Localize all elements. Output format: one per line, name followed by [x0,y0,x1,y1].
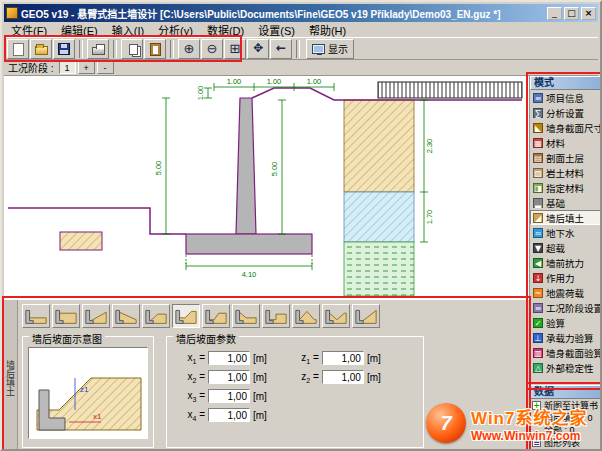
project-info-icon: ≡ [533,93,543,103]
mode-item-analysis-settings[interactable]: ∑分析设置 [530,105,602,120]
profile-icon: ▤ [533,153,543,163]
mode-item-applied-forces[interactable]: ↓作用力 [530,270,602,285]
backfill-shape-peak[interactable] [292,304,320,328]
mode-item-label: 指定材料 [546,181,584,195]
new-button[interactable] [7,39,29,59]
zoom-fit-button[interactable] [224,39,246,59]
mode-item-external-stability[interactable]: △外部稳定性 [530,360,602,375]
terrain-lines [8,88,522,234]
backfill-shape-slope-up-flat[interactable] [142,304,170,328]
backfill-shape-slope-down[interactable] [112,304,140,328]
assign-icon: ◨ [533,183,543,193]
remove-stage-button[interactable]: - [97,61,114,74]
water-icon: ≈ [533,228,543,238]
menu-item-2[interactable]: 编辑(E) [54,21,105,39]
field-row-z1: z1 =[m] [293,351,381,365]
mode-item-backfill[interactable]: ◢墙后填土 [530,210,602,225]
dim-top-2: 1.00 [267,77,282,86]
mode-item-assign[interactable]: ◨指定材料 [530,180,602,195]
backfill-shape-berm[interactable] [202,304,230,328]
watermark-text: Win7系统之家 Www.Winwin7.com [471,404,587,443]
prev-view-button[interactable] [270,39,292,59]
menu-item-1[interactable]: 文件(F) [4,21,54,39]
mode-item-project-info[interactable]: ≡项目信息 [530,90,602,105]
soil-profile-column [344,100,414,296]
add-stage-button[interactable]: + [78,61,95,74]
mode-item-label: 外部稳定性 [546,361,594,375]
menu-item-5[interactable]: 数据(D) [200,21,251,39]
backfill-shape-horizontal-high[interactable] [52,304,80,328]
prev-view-icon [274,41,289,56]
field-input-x3[interactable] [208,389,250,403]
dim-footing: 4.10 [242,270,257,279]
backfill-shape-flat-slope-up[interactable] [172,304,200,328]
field-input-z2[interactable] [322,370,364,384]
data-panel-title: 数据 [530,385,602,399]
dim-wall-inner: 5.00 [270,162,279,177]
print-button[interactable] [87,39,109,59]
display-button[interactable]: 显示 [306,39,354,59]
backfill-shape-slope-down-flat[interactable] [232,304,260,328]
field-input-x4[interactable] [208,408,250,422]
mode-item-material[interactable]: ▦材料 [530,135,602,150]
mode-item-label: 分析设置 [546,106,584,120]
mode-item-label: 作用力 [546,271,575,285]
mode-item-bearing-capacity[interactable]: ⊥承载力验算 [530,330,602,345]
save-button[interactable] [53,39,75,59]
mode-item-earthquake[interactable]: ~地震荷载 [530,285,602,300]
stage-1-button[interactable]: 1 [59,61,76,74]
mode-item-profile[interactable]: ▤剖面土层 [530,150,602,165]
mode-item-wall-geometry[interactable]: ◣墙身截面尺寸 [530,120,602,135]
paste-button[interactable] [144,39,166,59]
backfill-shape-valley[interactable] [322,304,350,328]
field-label-x2: x2 = [179,371,205,384]
backfill-shape-slope-up[interactable] [82,304,110,328]
copy-button[interactable] [121,39,143,59]
frame-tab-backfill[interactable]: 墙后填土 [4,300,18,451]
mode-item-foundation[interactable]: ▂基础 [530,195,602,210]
mode-item-water[interactable]: ≈地下水 [530,225,602,240]
mode-item-stage-settings[interactable]: ≡工况阶段设置 [530,300,602,315]
mode-item-label: 地震荷载 [546,286,584,300]
pan-button[interactable] [247,39,269,59]
backfill-shape-terrace[interactable] [262,304,290,328]
zoom-out-button[interactable] [201,39,223,59]
dim-layer-1: 2.30 [425,139,434,154]
mode-item-verification[interactable]: ✓验算 [530,315,602,330]
field-row-z2: z2 =[m] [293,370,381,384]
maximize-button[interactable]: □ [564,7,579,20]
drawing-canvas[interactable]: 1.00 1.00 1.00 1.00 5.00 5.00 2.30 1.70 … [4,76,530,299]
menu-item-7[interactable]: 帮助(H) [302,21,353,39]
mode-item-soils[interactable]: ▨岩土材料 [530,165,602,180]
field-input-z1[interactable] [322,351,364,365]
mode-item-surcharge[interactable]: ▼超载 [530,240,602,255]
preview-group-label: 墙后坡面示意图 [29,331,105,346]
slope-down-flat-icon [234,306,258,326]
mode-item-dimensioning[interactable]: ▥墙身截面验算 [530,345,602,360]
backfill-shape-horizontal-low[interactable] [22,304,50,328]
minimize-button[interactable]: _ [547,7,562,20]
mode-item-front-resistance[interactable]: ◀墙前抗力 [530,255,602,270]
slope-up-flat-icon [144,306,168,326]
field-unit-x4: [m] [253,410,267,421]
watermark-line1: Win7系统之家 [471,404,587,429]
toolbar-separator [296,40,300,58]
menu-item-4[interactable]: 分析(y) [151,21,200,39]
dim-top-3: 1.00 [307,77,322,86]
preview-x-label: x1 [93,412,102,421]
close-button[interactable]: × [581,7,596,20]
backfill-shape-steep-slope[interactable] [352,304,380,328]
field-unit-x2: [m] [253,372,267,383]
open-button[interactable] [30,39,52,59]
app-icon [6,7,18,19]
zoom-in-button[interactable] [178,39,200,59]
menu-item-6[interactable]: 设置(S) [251,21,302,39]
field-input-x1[interactable] [208,351,250,365]
title-bar: GEO5 v19 - 悬臂式挡土墙设计 [C:\Users\Public\Doc… [4,4,598,22]
steep-slope-icon [354,306,378,326]
field-row-x3: x3 =[m] [179,389,267,403]
slope-down-icon [114,306,138,326]
watermark: 7 Win7系统之家 Www.Winwin7.com [426,403,587,443]
menu-item-3[interactable]: 输入(I) [105,21,151,39]
field-input-x2[interactable] [208,370,250,384]
